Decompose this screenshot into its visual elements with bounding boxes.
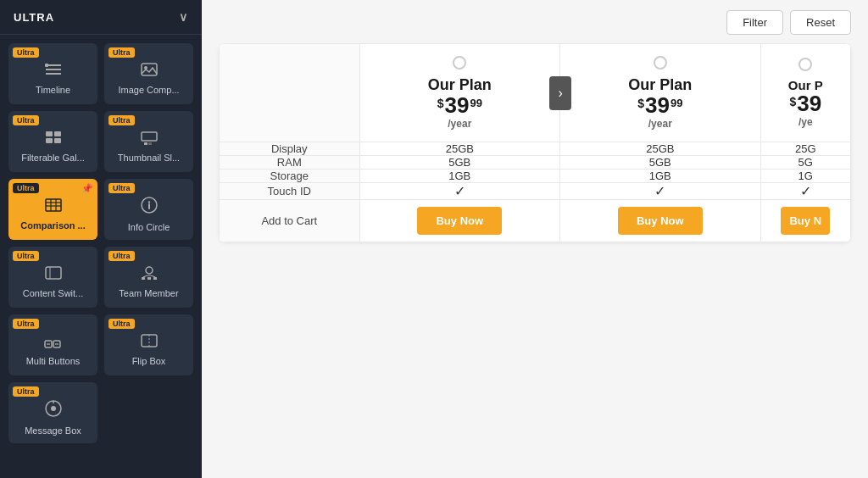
price-amount-3: 39: [797, 92, 821, 114]
timeline-icon: [44, 62, 63, 81]
pin-icon[interactable]: 📌: [81, 183, 93, 194]
thumbnail-sl-icon: [140, 130, 159, 149]
filter-button[interactable]: Filter: [726, 10, 783, 35]
svg-rect-26: [153, 277, 157, 280]
team-member-icon: [140, 265, 159, 285]
ultra-badge: Ultra: [13, 251, 39, 261]
sidebar-item-content-swit[interactable]: Ultra Content Swit...: [8, 247, 97, 308]
price-period-3: /ye: [766, 116, 845, 128]
content-swit-icon: [44, 265, 63, 285]
price-dollar-2: $: [637, 97, 644, 110]
image-comp-label: Image Comp...: [118, 85, 179, 96]
plan-price-1: $ 39 99: [369, 94, 552, 116]
plan-radio-3[interactable]: [798, 58, 812, 71]
value-ram-2: 5GB: [560, 156, 761, 170]
main-content: Filter Reset › Our Plan $ 39: [202, 0, 868, 478]
top-bar: Filter Reset: [202, 0, 868, 43]
price-cents-2: 99: [670, 97, 682, 109]
message-box-label: Message Box: [25, 425, 81, 436]
ultra-badge: Ultra: [13, 115, 39, 125]
feature-label-storage: Storage: [220, 170, 360, 183]
plan-radio-1[interactable]: [453, 56, 466, 69]
sidebar-item-timeline[interactable]: Ultra Timeline: [8, 43, 97, 104]
feature-label-add-to-cart: Add to Cart: [220, 200, 360, 242]
value-buy-1: Buy Now: [359, 200, 560, 242]
value-display-2: 25GB: [560, 142, 761, 156]
next-plan-button[interactable]: ›: [549, 76, 571, 110]
feature-label-ram: RAM: [220, 156, 360, 170]
plan-radio-2[interactable]: [654, 56, 667, 69]
value-buy-2: Buy Now: [560, 200, 761, 242]
ultra-badge: Ultra: [108, 319, 135, 329]
plan-header-3: Our P $ 39 /ye: [761, 46, 850, 140]
reset-button[interactable]: Reset: [790, 10, 851, 35]
timeline-label: Timeline: [36, 85, 70, 96]
svg-rect-7: [54, 131, 61, 136]
value-ram-1: 5GB: [359, 156, 560, 170]
sidebar-collapse-icon[interactable]: ∨: [179, 10, 188, 24]
feature-label-display: Display: [220, 142, 360, 156]
buy-now-button-2[interactable]: Buy Now: [618, 207, 703, 235]
value-display-1: 25GB: [359, 142, 560, 156]
svg-rect-9: [54, 138, 61, 143]
svg-rect-10: [142, 132, 157, 141]
svg-rect-21: [46, 267, 61, 279]
comparison-table-wrap: › Our Plan $ 39 99 /year: [202, 43, 868, 478]
multi-buttons-label: Multi Buttons: [26, 356, 81, 367]
price-amount-1: 39: [445, 94, 470, 116]
value-storage-1: 1GB: [359, 170, 560, 183]
message-box-icon: [44, 399, 63, 422]
info-circle-label: Info Circle: [128, 222, 170, 233]
svg-rect-13: [46, 199, 61, 211]
svg-point-20: [147, 201, 149, 203]
table-row: Add to Cart Buy Now Buy Now Buy N: [220, 200, 851, 242]
comparison-label: Comparison ...: [20, 220, 85, 231]
svg-point-23: [146, 267, 153, 274]
table-row: Display 25GB 25GB 25G: [220, 142, 851, 156]
check-icon-3: ✓: [800, 184, 811, 198]
table-row: Touch ID ✓ ✓ ✓: [220, 183, 851, 200]
buy-now-button-1[interactable]: Buy Now: [417, 207, 502, 235]
svg-rect-11: [144, 142, 147, 145]
feature-label-touch-id: Touch ID: [220, 183, 360, 200]
check-icon-2: ✓: [654, 184, 665, 198]
price-dollar-3: $: [789, 95, 796, 108]
team-member-label: Team Member: [119, 288, 178, 299]
buy-now-button-3[interactable]: Buy N: [781, 207, 830, 235]
sidebar-item-info-circle[interactable]: Ultra Info Circle: [104, 179, 193, 240]
svg-rect-6: [46, 131, 53, 136]
ultra-badge: Ultra: [108, 183, 135, 193]
value-touch-id-3: ✓: [760, 183, 850, 200]
value-storage-3: 1G: [760, 170, 850, 183]
value-buy-3: Buy N: [760, 200, 850, 242]
ultra-badge: Ultra: [108, 115, 135, 125]
sidebar-item-message-box[interactable]: Ultra Message Box: [8, 382, 97, 443]
price-amount-2: 39: [645, 94, 670, 116]
thumbnail-sl-label: Thumbnail Sl...: [118, 153, 180, 164]
plan-name-2: Our Plan: [569, 76, 752, 94]
ultra-badge: Ultra: [13, 319, 39, 329]
ultra-badge: Ultra: [13, 47, 39, 58]
sidebar-item-team-member[interactable]: Ultra Team Member: [104, 247, 193, 308]
value-display-3: 25G: [760, 142, 850, 156]
svg-rect-8: [46, 138, 53, 143]
sidebar-item-thumbnail-sl[interactable]: Ultra Thumbnail Sl...: [104, 111, 193, 172]
price-cents-1: 99: [470, 97, 481, 109]
value-touch-id-2: ✓: [560, 183, 761, 200]
check-icon-1: ✓: [454, 184, 465, 198]
svg-rect-25: [147, 277, 151, 280]
ultra-badge: Ultra: [13, 183, 39, 193]
sidebar-item-comparison[interactable]: Ultra 📌 Comparison ...: [8, 179, 97, 240]
sidebar-item-filterable-gal[interactable]: Ultra Filterable Gal...: [8, 111, 97, 172]
sidebar-item-image-comp[interactable]: Ultra Image Comp...: [104, 43, 193, 104]
price-period-1: /year: [369, 118, 552, 130]
plan-header-1: › Our Plan $ 39 99 /year: [360, 44, 560, 142]
plan-price-3: $ 39: [766, 92, 845, 114]
sidebar-item-flip-box[interactable]: Ultra Flip Box: [104, 314, 193, 375]
filterable-gal-icon: [44, 130, 63, 149]
svg-rect-31: [142, 335, 157, 347]
plan-name-1: Our Plan: [369, 76, 552, 94]
image-comp-icon: [140, 62, 159, 81]
filterable-gal-label: Filterable Gal...: [21, 153, 85, 164]
sidebar-item-multi-buttons[interactable]: Ultra Multi Buttons: [8, 314, 97, 375]
